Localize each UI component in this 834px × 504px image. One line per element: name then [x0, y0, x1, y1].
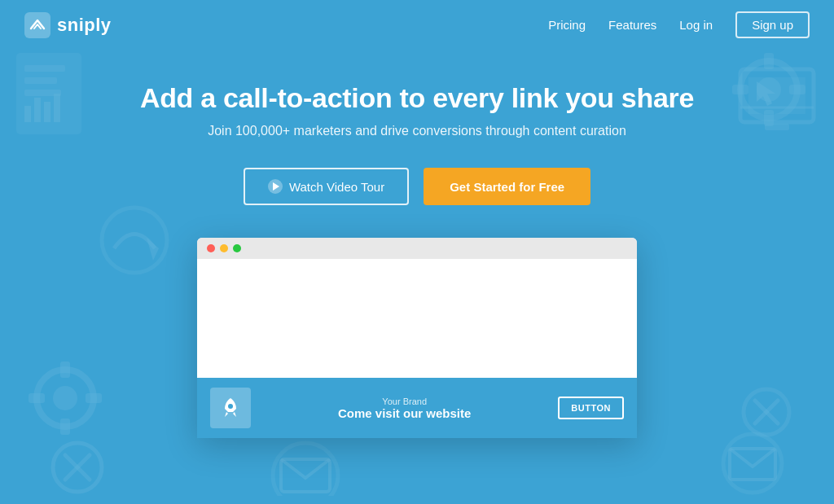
- nav-features[interactable]: Features: [608, 18, 656, 32]
- browser-bar: [197, 238, 637, 259]
- get-started-button[interactable]: Get Started for Free: [424, 168, 590, 205]
- browser-dot-minimize: [220, 244, 228, 252]
- logo-area: sniply: [24, 12, 112, 38]
- bg-envelope-icon: [269, 439, 342, 496]
- svg-rect-18: [281, 459, 330, 492]
- svg-point-33: [723, 434, 782, 493]
- rocket-icon: [218, 396, 243, 420]
- hero-section: Add a call-to-action to every link you s…: [0, 50, 834, 438]
- nav-links: Pricing Features Log in Sign up: [548, 11, 810, 38]
- cta-action-button[interactable]: BUTTON: [558, 397, 624, 419]
- svg-line-15: [65, 455, 90, 480]
- cta-bar: Your Brand Come visit our website BUTTON: [197, 378, 637, 438]
- cta-text-area: Your Brand Come visit our website: [262, 397, 546, 420]
- navbar: sniply Pricing Features Log in Sign up: [0, 0, 834, 50]
- watch-video-button[interactable]: Watch Video Tour: [244, 168, 409, 205]
- browser-mockup: Your Brand Come visit our website BUTTON: [197, 238, 637, 438]
- bg-x-circle-left-icon: [49, 439, 106, 496]
- bg-envelope-right-icon: [720, 431, 785, 496]
- svg-rect-34: [730, 449, 775, 480]
- browser-mockup-wrapper: Your Brand Come visit our website BUTTON: [0, 238, 834, 438]
- hero-title: Add a call-to-action to every link you s…: [0, 82, 834, 114]
- watch-video-label: Watch Video Tour: [289, 180, 384, 194]
- cta-brand-label: Your Brand: [262, 397, 546, 406]
- nav-login[interactable]: Log in: [679, 18, 713, 32]
- hero-subtitle: Join 100,000+ marketers and drive conver…: [0, 124, 834, 138]
- sniply-logo-icon: [24, 12, 50, 38]
- svg-point-38: [228, 404, 233, 409]
- nav-signup-button[interactable]: Sign up: [735, 11, 810, 38]
- browser-content: Your Brand Come visit our website BUTTON: [197, 259, 637, 438]
- svg-point-14: [53, 443, 102, 492]
- svg-line-16: [65, 455, 90, 480]
- nav-pricing[interactable]: Pricing: [548, 18, 586, 32]
- svg-point-17: [273, 443, 338, 496]
- play-icon: [268, 179, 283, 194]
- logo-text: sniply: [57, 15, 112, 36]
- browser-dot-close: [207, 244, 215, 252]
- browser-dot-maximize: [233, 244, 241, 252]
- hero-buttons: Watch Video Tour Get Started for Free: [0, 168, 834, 205]
- cta-message-text: Come visit our website: [262, 406, 546, 420]
- cta-logo-box: [210, 388, 251, 428]
